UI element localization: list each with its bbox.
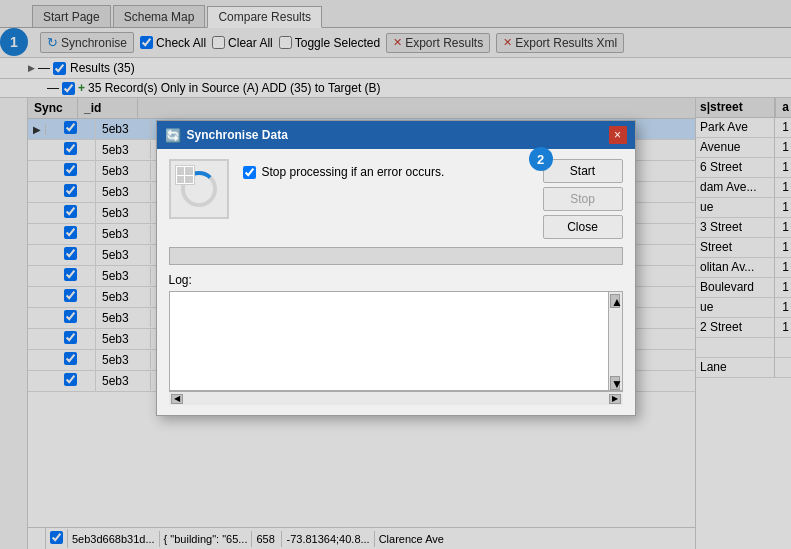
modal-titlebar: 🔄 Synchronise Data × [157, 121, 635, 149]
modal-close-button[interactable]: × [609, 126, 627, 144]
progress-bar [169, 247, 623, 265]
modal-body: Stop processing if an error occurs. 2 St… [157, 149, 635, 415]
modal-overlay: 🔄 Synchronise Data × [0, 0, 791, 549]
stop-on-error-checkbox[interactable] [243, 166, 256, 179]
stop-button[interactable]: Stop [543, 187, 623, 211]
log-container: ▲ ▼ ◀ ▶ [169, 291, 623, 405]
log-section: Log: ▲ ▼ ◀ [169, 273, 623, 405]
close-button[interactable]: Close [543, 215, 623, 239]
synchronise-dialog: 🔄 Synchronise Data × [156, 120, 636, 416]
log-scrollbar[interactable]: ▲ ▼ [608, 292, 622, 390]
badge-2: 2 [529, 147, 553, 171]
scrollbar-up-arrow[interactable]: ▲ [610, 294, 620, 308]
stop-on-error-row: Stop processing if an error occurs. [243, 165, 535, 179]
modal-top-area: Stop processing if an error occurs. 2 St… [169, 159, 623, 239]
sync-graphic [169, 159, 229, 219]
modal-middle: Stop processing if an error occurs. [243, 159, 535, 179]
modal-title-left: 🔄 Synchronise Data [165, 128, 288, 143]
log-label: Log: [169, 273, 623, 287]
log-textarea[interactable] [170, 292, 608, 390]
modal-title-text: Synchronise Data [187, 128, 288, 142]
log-hscroll[interactable]: ◀ ▶ [169, 391, 623, 405]
stop-on-error-label: Stop processing if an error occurs. [262, 165, 445, 179]
hscroll-left-arrow[interactable]: ◀ [171, 394, 183, 404]
modal-buttons: Start Stop Close [543, 159, 623, 239]
start-button[interactable]: Start [543, 159, 623, 183]
log-area-wrapper: ▲ ▼ [169, 291, 623, 391]
modal-title-icon: 🔄 [165, 128, 181, 143]
app-window: 1 Start Page Schema Map Compare Results … [0, 0, 791, 549]
hscroll-right-arrow[interactable]: ▶ [609, 394, 621, 404]
scrollbar-down-arrow[interactable]: ▼ [610, 376, 620, 390]
modal-buttons-wrapper: 2 Start Stop Close [543, 159, 623, 239]
